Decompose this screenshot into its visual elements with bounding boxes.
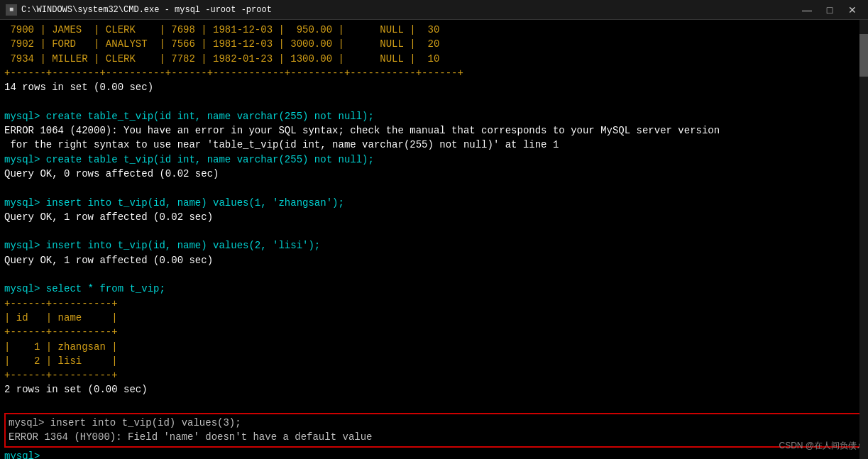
cmd-insert-3: mysql> insert into t_vip(id) values(3); (9, 416, 859, 430)
error-1364: ERROR 1364 (HY000): Field 'name' doesn't… (9, 430, 859, 444)
table-row-7900: 7900 | JAMES | CLERK | 7698 | 1981-12-03… (4, 23, 864, 37)
table-row-7934: 7934 | MILLER | CLERK | 7782 | 1982-01-2… (4, 52, 864, 66)
blank-2 (4, 181, 864, 195)
error-highlight-block: mysql> insert into t_vip(id) values(3); … (4, 413, 864, 448)
blank-4 (4, 267, 864, 282)
create-ok: Query OK, 0 rows affected (0.02 sec) (4, 167, 864, 181)
vip-row-1: | 1 | zhangsan | (4, 340, 864, 354)
vip-table-top: +------+----------+ (4, 297, 864, 311)
vip-table-header: | id | name | (4, 311, 864, 325)
error-1064-line2: for the right syntax to use near 'table_… (4, 138, 864, 152)
close-button[interactable]: ✕ (842, 3, 862, 17)
watermark: CSDN @在人间负债♪ (779, 440, 861, 452)
error-1064-line1: ERROR 1064 (42000): You have an error in… (4, 123, 864, 138)
blank-1 (4, 94, 864, 109)
vip-row-2: | 2 | lisi | (4, 354, 864, 368)
vip-table-bottom: +------+----------+ (4, 368, 864, 382)
minimize-button[interactable]: — (797, 3, 817, 17)
cmd-create-table-bad: mysql> create table_t_vip(id int, name v… (4, 109, 864, 123)
table-row-7902: 7902 | FORD | ANALYST | 7566 | 1981-12-0… (4, 37, 864, 51)
title-bar-left: ■ C:\WINDOWS\system32\CMD.exe - mysql -u… (6, 4, 272, 16)
app-icon: ■ (6, 4, 17, 16)
cmd-insert-1: mysql> insert into t_vip(id, name) value… (4, 196, 864, 210)
window-title: C:\WINDOWS\system32\CMD.exe - mysql -uro… (21, 5, 272, 15)
scrollbar-thumb[interactable] (859, 34, 868, 77)
maximize-button[interactable]: □ (820, 3, 840, 17)
vip-row-count: 2 rows in set (0.00 sec) (4, 382, 864, 397)
blank-3 (4, 224, 864, 238)
mysql-prompt[interactable]: mysql> _ (4, 449, 864, 459)
row-count: 14 rows in set (0.00 sec) (4, 80, 864, 94)
vip-table-sep: +------+----------+ (4, 325, 864, 339)
terminal-area[interactable]: 7900 | JAMES | CLERK | 7698 | 1981-12-03… (0, 20, 868, 459)
cmd-window: ■ C:\WINDOWS\system32\CMD.exe - mysql -u… (0, 0, 868, 459)
title-controls: — □ ✕ (797, 3, 862, 17)
table-separator-bottom: +------+--------+----------+------+-----… (4, 66, 864, 80)
cmd-create-table-good: mysql> create table t_vip(id int, name v… (4, 153, 864, 167)
title-bar: ■ C:\WINDOWS\system32\CMD.exe - mysql -u… (0, 0, 868, 20)
insert-2-ok: Query OK, 1 row affected (0.00 sec) (4, 253, 864, 267)
insert-1-ok: Query OK, 1 row affected (0.02 sec) (4, 210, 864, 224)
blank-5 (4, 397, 864, 411)
scrollbar[interactable] (859, 20, 868, 459)
cmd-select: mysql> select * from t_vip; (4, 282, 864, 296)
cmd-insert-2: mysql> insert into t_vip(id, name) value… (4, 238, 864, 253)
